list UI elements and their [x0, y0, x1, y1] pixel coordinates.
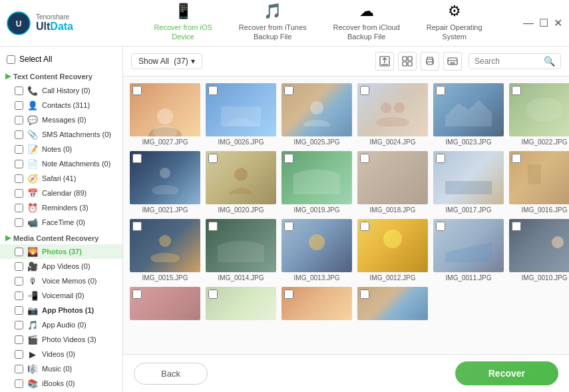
export-device-button[interactable]	[443, 52, 462, 71]
back-button[interactable]: Back	[134, 363, 208, 385]
app-audio-checkbox[interactable]	[15, 321, 23, 329]
sidebar-item-voice-memos[interactable]: 🎙 Voice Memos (0)	[0, 274, 122, 288]
photo-thumb-img0016[interactable]	[509, 151, 569, 204]
photo-select-0017[interactable]	[436, 154, 445, 163]
search-input[interactable]	[474, 57, 541, 66]
reminders-checkbox[interactable]	[15, 204, 23, 212]
sidebar-item-app-photos[interactable]: 📷 App Photos (1)	[0, 303, 122, 317]
photo-select-0015[interactable]	[132, 222, 142, 231]
photo-select-0023[interactable]	[436, 86, 445, 95]
photo-select-0024[interactable]	[360, 86, 369, 95]
photo-thumb-img0017[interactable]	[433, 151, 504, 204]
search-icon[interactable]: 🔍	[544, 56, 555, 67]
call-history-checkbox[interactable]	[15, 87, 23, 95]
sidebar-item-safari[interactable]: 🧭 Safari (41)	[0, 171, 122, 186]
photo-thumb-img0006[interactable]	[357, 287, 428, 320]
sidebar-item-sms-attachments[interactable]: 📎 SMS Attachments (0)	[0, 127, 122, 142]
photo-select-0009[interactable]	[132, 290, 142, 299]
photo-thumb-img0020[interactable]	[206, 151, 276, 204]
sidebar-item-music[interactable]: 🎼 Music (0)	[0, 361, 122, 376]
photo-thumb-img0021[interactable]	[130, 151, 200, 204]
ibooks-checkbox[interactable]	[15, 379, 23, 388]
grid-view-button[interactable]	[398, 52, 417, 71]
photo-select-0020[interactable]	[208, 154, 218, 163]
note-attachments-checkbox[interactable]	[15, 160, 23, 168]
photo-thumb-img0018[interactable]	[357, 151, 428, 204]
photo-select-0025[interactable]	[284, 86, 293, 95]
sidebar-item-photos[interactable]: 🌄 Photos (37)	[0, 244, 122, 259]
sidebar-item-photo-videos[interactable]: 🎬 Photo Videos (3)	[0, 332, 122, 347]
sidebar-item-reminders[interactable]: ⏰ Reminders (3)	[0, 200, 122, 215]
messages-checkbox[interactable]	[15, 116, 23, 124]
select-all-row[interactable]: Select All	[0, 52, 122, 69]
sidebar-item-ibooks[interactable]: 📚 iBooks (0)	[0, 376, 122, 391]
notes-checkbox[interactable]	[15, 145, 23, 154]
recover-button[interactable]: Recover	[455, 361, 558, 385]
photo-thumb-img0011[interactable]	[433, 219, 504, 272]
photo-select-0016[interactable]	[512, 154, 521, 163]
photo-select-0018[interactable]	[360, 154, 369, 163]
photo-thumb-img0027[interactable]	[130, 83, 200, 136]
app-photos-checkbox[interactable]	[15, 306, 23, 315]
photo-select-0021[interactable]	[132, 154, 142, 163]
sidebar-item-messages[interactable]: 💬 Messages (0)	[0, 112, 122, 127]
photo-videos-checkbox[interactable]	[15, 335, 23, 344]
app-videos-checkbox[interactable]	[15, 262, 23, 271]
music-checkbox[interactable]	[15, 365, 23, 373]
photo-thumb-img0010[interactable]	[509, 219, 569, 272]
minimize-button[interactable]: —	[523, 17, 534, 29]
sidebar-item-videos[interactable]: ▶ Videos (0)	[0, 347, 122, 361]
photo-thumb-img0012[interactable]	[357, 219, 428, 272]
photo-select-0027[interactable]	[132, 86, 142, 95]
sidebar-item-voicemail[interactable]: 📲 Voicemail (0)	[0, 288, 122, 303]
tab-icloud[interactable]: ☁ Recover from iCloudBackup File	[320, 0, 413, 50]
photo-thumb-img0025[interactable]	[282, 83, 352, 136]
select-all-checkbox[interactable]	[7, 55, 15, 64]
photo-select-0026[interactable]	[208, 86, 218, 95]
photo-thumb-img0014[interactable]	[206, 219, 276, 272]
voicemail-checkbox[interactable]	[15, 292, 23, 300]
photo-select-0006[interactable]	[360, 290, 369, 299]
photo-select-0022[interactable]	[512, 86, 521, 95]
facetime-checkbox[interactable]	[15, 218, 23, 227]
photo-thumb-img0023[interactable]	[433, 83, 504, 136]
close-button[interactable]: ✕	[554, 17, 562, 29]
sidebar-item-facetime[interactable]: 📹 FaceTime (0)	[0, 215, 122, 230]
tab-repair[interactable]: ⚙ Repair OperatingSystem	[413, 0, 496, 50]
sms-checkbox[interactable]	[15, 130, 23, 139]
photos-checkbox[interactable]	[15, 248, 23, 256]
sidebar-item-note-attachments[interactable]: 📄 Note Attachments (0)	[0, 156, 122, 171]
photo-thumb-img0019[interactable]	[282, 151, 352, 204]
photo-thumb-img0024[interactable]	[357, 83, 428, 136]
photo-select-0007[interactable]	[284, 290, 293, 299]
photo-select-0014[interactable]	[208, 222, 218, 231]
calendar-checkbox[interactable]	[15, 189, 23, 198]
sidebar-item-calendar[interactable]: 📅 Calendar (89)	[0, 186, 122, 200]
tab-ios[interactable]: 📱 Recover from iOSDevice	[140, 0, 225, 50]
photo-thumb-img0026[interactable]	[206, 83, 276, 136]
sidebar-item-app-videos[interactable]: 🎥 App Videos (0)	[0, 259, 122, 274]
photo-thumb-img0013[interactable]	[282, 219, 352, 272]
export-button[interactable]	[375, 52, 394, 71]
search-box[interactable]: 🔍	[469, 53, 561, 69]
safari-checkbox[interactable]	[15, 174, 23, 183]
voice-memos-checkbox[interactable]	[15, 277, 23, 286]
photo-thumb-img0015[interactable]	[130, 219, 200, 272]
tab-itunes[interactable]: 🎵 Recover from iTunesBackup File	[226, 0, 320, 50]
photo-thumb-img0022[interactable]	[509, 83, 569, 136]
photo-thumb-img0009[interactable]	[130, 287, 200, 320]
sidebar-item-contacts[interactable]: 👤 Contacts (311)	[0, 98, 122, 112]
photo-select-0013[interactable]	[284, 222, 293, 231]
photo-select-0019[interactable]	[284, 154, 293, 163]
photo-select-0011[interactable]	[436, 222, 445, 231]
sidebar-item-notes[interactable]: 📝 Notes (0)	[0, 142, 122, 156]
sidebar-item-call-history[interactable]: 📞 Call History (0)	[0, 83, 122, 98]
print-button[interactable]	[421, 52, 439, 71]
show-all-button[interactable]: Show All (37) ▾	[131, 53, 202, 69]
photo-thumb-img0007[interactable]	[282, 287, 352, 320]
photo-select-0010[interactable]	[512, 222, 521, 231]
contacts-checkbox[interactable]	[15, 101, 23, 110]
photo-select-0008[interactable]	[208, 290, 218, 299]
photo-thumb-img0008[interactable]	[206, 287, 276, 320]
sidebar-item-app-audio[interactable]: 🎵 App Audio (0)	[0, 317, 122, 332]
